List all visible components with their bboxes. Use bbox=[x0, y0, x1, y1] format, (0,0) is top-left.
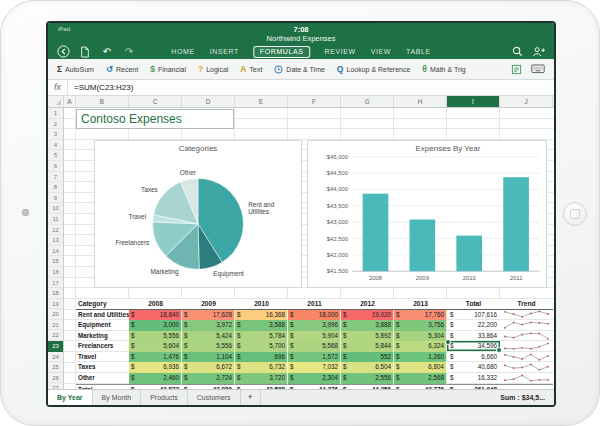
sheet-tab-by-month[interactable]: By Month bbox=[93, 390, 142, 405]
table-cell-2012[interactable]: $5,844 bbox=[341, 341, 394, 352]
table-header-category[interactable]: Category bbox=[76, 299, 129, 310]
table-cell-category[interactable]: Marketing bbox=[76, 331, 129, 342]
row-header-25[interactable]: 25 bbox=[48, 362, 63, 373]
table-cell-category[interactable]: Other bbox=[76, 373, 129, 384]
table-cell-2009[interactable]: $5,424 bbox=[182, 331, 235, 342]
sheet-tab-products[interactable]: Products bbox=[141, 390, 188, 405]
table-cell-2013[interactable]: $6,804 bbox=[394, 362, 447, 373]
table-cell-category[interactable]: Rent and Utilities bbox=[76, 310, 129, 321]
table-cell-2010[interactable]: $5,700 bbox=[235, 341, 288, 352]
table-cell-2012[interactable]: $19,020 bbox=[341, 310, 394, 321]
table-cell-2008[interactable]: $6,936 bbox=[129, 362, 182, 373]
column-header-i[interactable]: I bbox=[447, 96, 500, 107]
row-header-10[interactable]: 10 bbox=[48, 203, 63, 214]
column-header-j[interactable]: J bbox=[500, 96, 553, 107]
sheet-tab-customers[interactable]: Customers bbox=[188, 390, 241, 405]
sheet-title-cell[interactable]: Contoso Expenses bbox=[76, 109, 234, 129]
table-cell-total[interactable]: $33,864 bbox=[447, 331, 500, 342]
table-cell-2011[interactable]: $7,032 bbox=[288, 362, 341, 373]
table-cell-trend[interactable] bbox=[500, 352, 553, 363]
add-sheet-button[interactable]: + bbox=[241, 390, 261, 405]
search-button[interactable] bbox=[510, 45, 524, 58]
table-cell-2009[interactable]: $2,724 bbox=[182, 373, 235, 384]
status-sum[interactable]: Sum : $34,5... bbox=[500, 390, 554, 405]
table-cell-2010[interactable]: $5,784 bbox=[235, 331, 288, 342]
table-cell-2009[interactable]: $6,672 bbox=[182, 362, 235, 373]
table-cell-category[interactable]: Equipment bbox=[76, 320, 129, 331]
column-header-b[interactable]: B bbox=[76, 96, 129, 107]
row-header-22[interactable]: 22 bbox=[48, 330, 63, 341]
table-cell-trend[interactable] bbox=[500, 373, 553, 384]
row-header-1[interactable]: 1 bbox=[48, 108, 63, 119]
cells-area[interactable]: Contoso Expenses Rent andUtilitiesEquipm… bbox=[64, 108, 554, 405]
table-cell-2013[interactable]: $17,760 bbox=[394, 310, 447, 321]
table-cell-trend[interactable] bbox=[500, 331, 553, 342]
row-header-7[interactable]: 7 bbox=[48, 172, 63, 183]
row-header-15[interactable]: 15 bbox=[48, 256, 63, 267]
table-cell-2012[interactable]: $3,888 bbox=[341, 320, 394, 331]
table-cell-trend[interactable] bbox=[500, 362, 553, 373]
table-cell-total[interactable]: $16,332 bbox=[447, 373, 500, 384]
table-cell-2009[interactable]: $1,104 bbox=[182, 352, 235, 363]
row-header-13[interactable]: 13 bbox=[48, 235, 63, 246]
table-cell-2012[interactable]: $6,504 bbox=[341, 362, 394, 373]
ribbon-tab-insert[interactable]: INSERT bbox=[209, 46, 240, 57]
table-header-2008[interactable]: 2008 bbox=[129, 299, 182, 310]
toolbar-item-logical[interactable]: ?Logical bbox=[198, 64, 228, 74]
toolbar-item-lookup-reference[interactable]: QLookup & Reference bbox=[337, 64, 410, 74]
ribbon-tab-table[interactable]: TABLE bbox=[405, 46, 432, 57]
table-header-2010[interactable]: 2010 bbox=[235, 299, 288, 310]
table-cell-total[interactable]: $107,616 bbox=[447, 310, 500, 321]
table-cell-2009[interactable]: $5,556 bbox=[182, 341, 235, 352]
table-cell-trend[interactable] bbox=[500, 320, 553, 331]
bar-2010[interactable] bbox=[456, 236, 482, 272]
table-cell-2013[interactable]: $6,324 bbox=[394, 341, 447, 352]
column-header-g[interactable]: G bbox=[341, 96, 394, 107]
bar-2011[interactable] bbox=[503, 177, 529, 271]
table-cell-2011[interactable]: $5,568 bbox=[288, 341, 341, 352]
table-cell-2010[interactable]: $6,732 bbox=[235, 362, 288, 373]
row-header-21[interactable]: 21 bbox=[48, 320, 63, 331]
row-header-23[interactable]: 23 bbox=[48, 341, 63, 352]
table-cell-2010[interactable]: $696 bbox=[235, 352, 288, 363]
column-header-a[interactable]: A bbox=[64, 96, 76, 107]
row-header-8[interactable]: 8 bbox=[48, 182, 63, 193]
ribbon-tab-review[interactable]: REVIEW bbox=[324, 46, 357, 57]
table-cell-2008[interactable]: $5,604 bbox=[129, 341, 182, 352]
toolbar-item-math-trig[interactable]: θMath & Trig bbox=[422, 64, 465, 74]
pie-chart[interactable]: Rent andUtilitiesEquipmentMarketingFreel… bbox=[94, 140, 302, 288]
row-header-18[interactable]: 18 bbox=[48, 288, 63, 299]
table-cell-category[interactable]: Freelancers bbox=[76, 341, 129, 352]
row-header-12[interactable]: 12 bbox=[48, 225, 63, 236]
row-header-11[interactable]: 11 bbox=[48, 214, 63, 225]
insert-function-button[interactable] bbox=[511, 64, 522, 75]
table-cell-2008[interactable]: $2,460 bbox=[129, 373, 182, 384]
select-all-corner[interactable] bbox=[48, 96, 64, 107]
table-cell-total[interactable]: $6,660 bbox=[447, 352, 500, 363]
table-cell-2010[interactable]: $16,368 bbox=[235, 310, 288, 321]
table-cell-2013[interactable]: $5,304 bbox=[394, 331, 447, 342]
table-cell-category[interactable]: Travel bbox=[76, 352, 129, 363]
table-cell-2012[interactable]: $2,556 bbox=[341, 373, 394, 384]
table-header-total[interactable]: Total bbox=[447, 299, 500, 310]
column-header-c[interactable]: C bbox=[129, 96, 182, 107]
table-header-2013[interactable]: 2013 bbox=[394, 299, 447, 310]
table-cell-2011[interactable]: $18,000 bbox=[288, 310, 341, 321]
table-cell-2011[interactable]: $5,904 bbox=[288, 331, 341, 342]
table-cell-trend[interactable] bbox=[500, 341, 553, 352]
row-header-2[interactable]: 2 bbox=[48, 119, 63, 130]
table-header-2012[interactable]: 2012 bbox=[341, 299, 394, 310]
table-cell-trend[interactable] bbox=[500, 310, 553, 321]
row-header-4[interactable]: 4 bbox=[48, 140, 63, 151]
table-cell-2013[interactable]: $1,260 bbox=[394, 352, 447, 363]
toolbar-item-date-time[interactable]: Date & Time bbox=[274, 65, 325, 74]
formula-input[interactable]: =SUM(C23:H23) bbox=[68, 83, 133, 92]
row-header-3[interactable]: 3 bbox=[48, 129, 63, 140]
table-cell-2008[interactable]: $3,000 bbox=[129, 320, 182, 331]
row-header-24[interactable]: 24 bbox=[48, 352, 63, 363]
ribbon-tab-view[interactable]: VIEW bbox=[370, 46, 392, 57]
bar-2008[interactable] bbox=[363, 194, 389, 272]
column-header-e[interactable]: E bbox=[235, 96, 288, 107]
table-cell-2011[interactable]: $1,572 bbox=[288, 352, 341, 363]
bar-chart[interactable]: $45,000$44,500$44,000$43,500$43,000$42,5… bbox=[307, 140, 547, 288]
